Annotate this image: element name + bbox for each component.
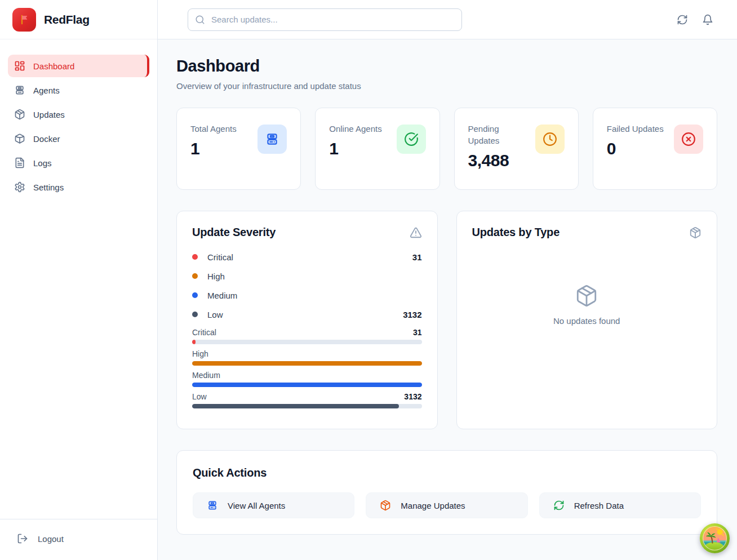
sidebar-item-updates[interactable]: Updates — [8, 103, 149, 126]
redflag-logo-icon — [12, 8, 36, 32]
refresh-icon — [677, 14, 688, 25]
updates-by-type-panel: Updates by Type No updates found — [456, 211, 718, 429]
critical-dot-icon — [192, 254, 198, 260]
bar-track — [192, 404, 422, 408]
stat-label: Failed Updates — [607, 123, 664, 135]
stat-value: 1 — [329, 139, 381, 158]
package-icon — [575, 284, 598, 308]
search-input[interactable] — [188, 8, 462, 31]
app-root: RedFlag Dashboard Agents Updates Docker … — [0, 0, 737, 560]
bar-track — [192, 361, 422, 366]
stat-value: 0 — [607, 139, 664, 158]
legend-label: High — [207, 272, 225, 281]
sidebar-item-label: Logs — [33, 158, 52, 168]
sidebar-item-label: Agents — [33, 86, 60, 95]
bar-group-critical: Critical 31 — [192, 328, 422, 344]
sidebar-item-label: Updates — [33, 110, 65, 119]
legend-value: 3132 — [403, 310, 421, 319]
server-icon — [207, 500, 218, 511]
brand: RedFlag — [0, 0, 157, 39]
alert-triangle-icon — [410, 226, 422, 239]
stat-label: Pending Updates — [468, 123, 527, 146]
bar-label: High — [192, 349, 208, 358]
sidebar-footer: Logout — [0, 519, 157, 560]
stats-row: Total Agents 1 Online Agents 1 — [176, 108, 717, 190]
sidebar-item-label: Dashboard — [33, 61, 74, 71]
x-circle-icon — [674, 125, 703, 154]
high-dot-icon — [192, 273, 198, 279]
low-dot-icon — [192, 312, 198, 317]
server-icon — [14, 85, 25, 96]
logout-button[interactable]: Logout — [17, 533, 140, 544]
action-label: Refresh Data — [574, 501, 624, 510]
quick-actions-panel: Quick Actions View All Agents Manage Upd… — [176, 450, 717, 535]
bar-fill-medium — [192, 383, 422, 387]
main-column: Dashboard Overview of your infrastructur… — [158, 0, 737, 560]
bar-track — [192, 383, 422, 387]
sidebar-item-logs[interactable]: Logs — [8, 152, 149, 174]
refresh-icon — [553, 500, 565, 511]
sidebar-item-settings[interactable]: Settings — [8, 176, 149, 198]
legend-value: 31 — [412, 252, 422, 262]
action-label: Manage Updates — [401, 501, 465, 510]
page-subtitle: Overview of your infrastructure and upda… — [176, 81, 717, 91]
clock-icon — [535, 125, 565, 154]
legend-label: Critical — [207, 252, 233, 262]
topbar — [158, 0, 737, 39]
bar-group-low: Low 3132 — [192, 392, 422, 408]
bar-fill-critical — [192, 340, 196, 344]
legend-label: Medium — [207, 291, 237, 300]
panels-row: Update Severity Critical 31 High — [176, 211, 717, 429]
bar-fill-high — [192, 361, 422, 366]
legend-row-critical: Critical 31 — [192, 247, 422, 266]
legend-row-low: Low 3132 — [192, 305, 422, 324]
sidebar-item-label: Settings — [33, 183, 64, 192]
server-icon — [257, 125, 287, 154]
check-circle-icon — [397, 125, 426, 154]
sidebar-item-label: Docker — [33, 134, 60, 144]
package-icon — [689, 226, 702, 239]
bar-label: Critical — [192, 328, 216, 337]
action-label: View All Agents — [228, 501, 285, 510]
sidebar-item-dashboard[interactable]: Dashboard — [8, 55, 149, 77]
refresh-data-button[interactable]: Refresh Data — [539, 492, 701, 518]
bar-fill-low — [192, 404, 399, 408]
stat-card-pending-updates: Pending Updates 3,488 — [454, 108, 579, 190]
severity-legend: Critical 31 High Medium — [192, 247, 422, 324]
bar-group-high: High — [192, 349, 422, 366]
legend-label: Low — [207, 310, 223, 319]
empty-state: No updates found — [472, 239, 702, 410]
panel-header: Updates by Type — [472, 226, 702, 239]
stat-value: 3,488 — [468, 151, 527, 170]
stat-card-total-agents: Total Agents 1 — [176, 108, 301, 190]
tropical-island-badge[interactable] — [700, 523, 730, 553]
search-icon — [195, 15, 205, 25]
container-box-icon — [14, 133, 25, 144]
view-all-agents-button[interactable]: View All Agents — [193, 492, 354, 518]
stat-card-online-agents: Online Agents 1 — [315, 108, 439, 190]
quick-actions-row: View All Agents Manage Updates Refresh D… — [193, 492, 701, 518]
package-icon — [380, 500, 391, 511]
sidebar-item-agents[interactable]: Agents — [8, 79, 149, 101]
sidebar-item-docker[interactable]: Docker — [8, 127, 149, 150]
legend-row-medium: Medium — [192, 286, 422, 305]
gear-icon — [14, 181, 25, 193]
panel-header: Update Severity — [192, 226, 422, 239]
update-severity-panel: Update Severity Critical 31 High — [176, 211, 438, 429]
stat-label: Online Agents — [329, 123, 381, 135]
refresh-button[interactable] — [677, 14, 688, 25]
package-icon — [14, 109, 25, 120]
logout-label: Logout — [38, 534, 64, 544]
notifications-button[interactable] — [702, 14, 713, 25]
logout-icon — [17, 533, 28, 544]
file-text-icon — [14, 157, 25, 168]
bar-value: 3132 — [404, 392, 421, 401]
content: Dashboard Overview of your infrastructur… — [158, 39, 737, 560]
stat-card-failed-updates: Failed Updates 0 — [593, 108, 717, 190]
stat-value: 1 — [190, 139, 237, 158]
bar-value: 31 — [413, 328, 422, 337]
quick-actions-title: Quick Actions — [193, 466, 701, 479]
bar-track — [192, 340, 422, 344]
manage-updates-button[interactable]: Manage Updates — [366, 492, 527, 518]
panel-title: Updates by Type — [472, 226, 560, 239]
